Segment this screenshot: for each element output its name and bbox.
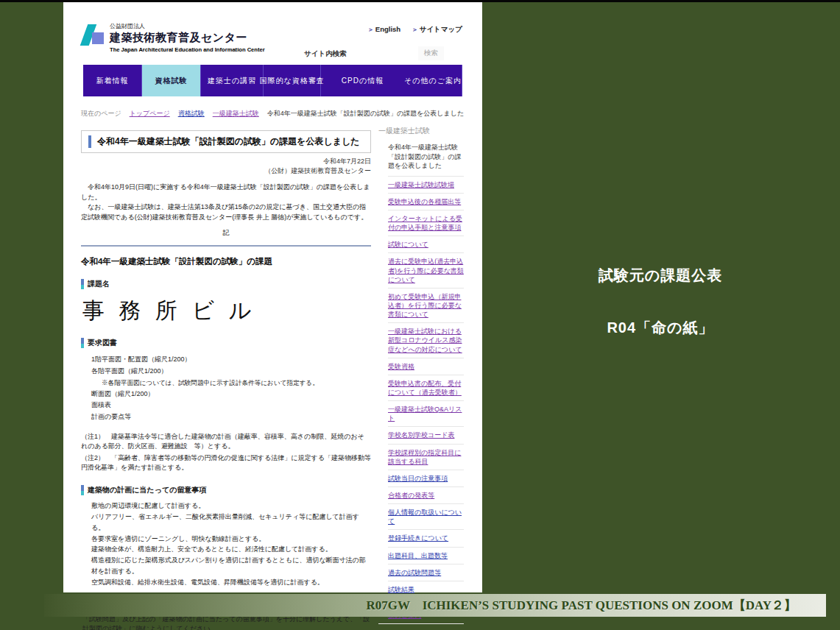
page-title-box: 令和4年一級建築士試験「設計製図の試験」の課題を公表しました bbox=[81, 130, 371, 153]
subject-heading: 令和4年一級建築士試験「設計製図の試験」の課題 bbox=[81, 256, 371, 267]
required-drawing-item: 計画の要点等 bbox=[91, 411, 371, 423]
sidebar-link[interactable]: 一級建築士試験試験場 bbox=[388, 176, 464, 193]
divider bbox=[81, 245, 371, 247]
sidebar-link[interactable]: 受験申込書の配布、受付について（過去受験者） bbox=[388, 375, 464, 400]
logo-text: 公益財団法人 建築技術教育普及センター The Japan Architectu… bbox=[110, 22, 265, 53]
sidebar-link[interactable]: 過去に受験申込(過去申込者)を行う際に必要な書類について bbox=[388, 252, 464, 287]
sidebar-link[interactable]: 一級建築士試験における新型コロナウイルス感染症などへの対応について bbox=[388, 322, 464, 357]
sidebar-link[interactable]: 過去の試験問題等 bbox=[388, 564, 464, 581]
planning-point-item: 空気調和設備、給排水衛生設備、電気設備、昇降機設備等を適切に計画する。 bbox=[91, 577, 371, 588]
site-search-label: サイト内検索 bbox=[304, 49, 347, 59]
webpage-screenshot: 公益財団法人 建築技術教育普及センター The Japan Architectu… bbox=[63, 2, 482, 592]
planning-point-item: バリアフリー、省エネルギー、二酸化炭素排出量削減、セキュリティ等に配慮して計画す… bbox=[91, 512, 371, 534]
article-date: 令和4年7月22日 bbox=[81, 157, 371, 166]
planning-point-item: 敷地の周辺環境に配慮して計画する。 bbox=[91, 500, 371, 512]
page-title: 令和4年一級建築士試験「設計製図の試験」の課題を公表しました bbox=[88, 135, 360, 148]
planning-point-item: 各要求室を適切にゾーニングし、明快な動線計画とする。 bbox=[91, 534, 371, 545]
nav-tab[interactable]: その他のご案内 bbox=[404, 65, 462, 96]
planning-point-item: 構造種別に応じた架構形式及びスパン割りを適切に計画するとともに、適切な断面寸法の… bbox=[91, 555, 371, 577]
required-drawings-list: 1階平面図・配置図（縮尺1/200）各階平面図（縮尺1/200）※各階平面図につ… bbox=[91, 354, 371, 423]
org-name: 建築技術教育普及センター bbox=[110, 31, 265, 45]
org-type-label: 公益財団法人 bbox=[110, 22, 265, 30]
breadcrumb-current: 令和4年一級建築士試験「設計製図の試験」の課題を公表しました bbox=[267, 110, 464, 117]
utility-links: ＞English＞サイトマップ bbox=[367, 25, 462, 35]
caption-line1: 試験元の課題公表 bbox=[560, 266, 760, 286]
article: 令和4年一級建築士試験「設計製図の試験」の課題を公表しました 令和4年7月22日… bbox=[81, 130, 371, 630]
sidebar-link[interactable]: 登録手続きについて bbox=[388, 529, 464, 546]
org-name-english: The Japan Architectural Education and In… bbox=[110, 46, 265, 53]
sidebar-title: 一級建築士試験 bbox=[378, 126, 464, 136]
required-drawing-item: 面積表 bbox=[91, 400, 371, 411]
article-publisher: （公財）建築技術教育普及センター bbox=[81, 166, 371, 176]
global-nav: 新着情報資格試験建築士の講習国際的な資格審査CPDの情報その他のご案内 bbox=[83, 65, 462, 96]
note-item: （注2） 「高齢者、障害者等の移動等の円滑化の促進に関する法律」に規定する「建築… bbox=[81, 453, 371, 473]
intro-paragraph: 令和4年10月9日(日曜)に実施する令和4年一級建築士試験「設計製図の試験」の課… bbox=[81, 183, 371, 202]
section-label-yokyu: 要求図書 bbox=[81, 338, 371, 348]
sidebar: 一級建築士試験 令和4年一級建築士試験「設計製図の試験」の課題を公表しました 一… bbox=[378, 126, 464, 624]
utility-link[interactable]: ＞English bbox=[367, 25, 400, 35]
notes: （注1） 建築基準法令等に適合した建築物の計画（建蔽率、容積率、高さの制限、延焼… bbox=[81, 432, 371, 473]
caption-line2: R04「命の紙」 bbox=[560, 318, 760, 338]
nav-tab[interactable]: 資格試験 bbox=[142, 65, 201, 96]
sidebar-link[interactable]: 試験について bbox=[388, 236, 464, 252]
breadcrumb-prefix: 現在のページ bbox=[81, 110, 121, 117]
sidebar-link[interactable]: 合格者の発表等 bbox=[388, 486, 464, 503]
utility-link-label: English bbox=[375, 25, 400, 33]
chevron-right-icon: ＞ bbox=[412, 26, 418, 33]
nav-tab[interactable]: 建築士の講習 bbox=[201, 65, 264, 96]
required-drawing-item: ※各階平面図については、試験問題中に示す設計条件等において指定する。 bbox=[102, 378, 371, 389]
required-drawing-item: 各階平面図（縮尺1/200） bbox=[91, 366, 371, 378]
exam-theme-title: 事 務 所 ビ ル bbox=[82, 296, 371, 326]
slide-caption: 試験元の課題公表 R04「命の紙」 bbox=[560, 266, 760, 338]
nav-tab[interactable]: 新着情報 bbox=[83, 65, 142, 96]
sidebar-link[interactable]: 受験資格 bbox=[388, 358, 464, 375]
sidebar-current-page: 令和4年一級建築士試験「設計製図の試験」の課題を公表しました bbox=[388, 143, 464, 171]
search-button[interactable]: 検索 bbox=[418, 46, 444, 60]
sidebar-link[interactable]: 学校名別学校コード表 bbox=[388, 426, 464, 443]
intro-paragraph: なお、一級建築士試験は、建築士法第13条及び第15条の2の規定に基づき、国土交通… bbox=[81, 202, 371, 222]
footer-banner: R07GW ICHIKEN’S STUDYING PAST QUESTIONS … bbox=[44, 594, 826, 617]
breadcrumb-link[interactable]: トップページ bbox=[130, 110, 170, 117]
note-item: （注1） 建築基準法令等に適合した建築物の計画（建蔽率、容積率、高さの制限、延焼… bbox=[81, 432, 371, 452]
nav-tab[interactable]: CPDの情報 bbox=[321, 65, 404, 96]
site-logo[interactable]: 公益財団法人 建築技術教育普及センター The Japan Architectu… bbox=[78, 22, 265, 53]
chevron-right-icon: ＞ bbox=[367, 26, 374, 33]
sidebar-link[interactable]: 初めて受験申込（新規申込者）を行う際に必要な書類について bbox=[388, 288, 464, 322]
planning-point-item: 建築物全体が、構造耐力上、安全であるとともに、経済性に配慮して計画する。 bbox=[91, 544, 371, 555]
breadcrumb-link[interactable]: 資格試験 bbox=[178, 110, 205, 117]
sidebar-link[interactable]: 学校課程別の指定科目に該当する科目 bbox=[388, 444, 464, 470]
breadcrumb-links: トップページ資格試験一級建築士試験 bbox=[130, 110, 267, 117]
required-drawing-item: 断面図（縮尺1/200） bbox=[91, 389, 371, 400]
ki-mark: 記 bbox=[81, 228, 371, 238]
breadcrumb: 現在のページトップページ資格試験一級建築士試験令和4年一級建築士試験「設計製図の… bbox=[81, 109, 471, 118]
article-intro: 令和4年10月9日(日曜)に実施する令和4年一級建築士試験「設計製図の試験」の課… bbox=[81, 183, 371, 222]
utility-link-label: サイトマップ bbox=[420, 25, 462, 33]
section-label-kadai: 課題名 bbox=[81, 279, 371, 289]
sidebar-links: 一級建築士試験試験場受験申込後の各種届出等インターネットによる受付の申込手順と注… bbox=[378, 176, 464, 625]
required-drawing-item: 1階平面図・配置図（縮尺1/200） bbox=[91, 354, 371, 366]
breadcrumb-link[interactable]: 一級建築士試験 bbox=[213, 110, 259, 117]
planning-points-list: 敷地の周辺環境に配慮して計画する。バリアフリー、省エネルギー、二酸化炭素排出量削… bbox=[91, 500, 371, 588]
sidebar-link[interactable]: 一級建築士試験Q&Aリスト bbox=[388, 400, 464, 426]
sidebar-link[interactable]: 受験申込後の各種届出等 bbox=[388, 193, 464, 210]
sidebar-link[interactable]: インターネットによる受付の申込手順と注意事項 bbox=[388, 210, 464, 236]
logo-blue-square bbox=[92, 32, 104, 44]
article-meta: 令和4年7月22日 （公財）建築技術教育普及センター bbox=[81, 157, 371, 175]
sidebar-link[interactable]: 試験当日の注意事項 bbox=[388, 470, 464, 486]
sidebar-link[interactable]: 出題科目、出題数等 bbox=[388, 547, 464, 564]
utility-link[interactable]: ＞サイトマップ bbox=[412, 25, 462, 35]
logo-icon bbox=[78, 22, 106, 50]
nav-tab[interactable]: 国際的な資格審査 bbox=[264, 65, 321, 96]
sidebar-link[interactable]: 個人情報の取扱いについて bbox=[388, 503, 464, 529]
section-label-ryui: 建築物の計画に当たっての留意事項 bbox=[81, 485, 371, 495]
